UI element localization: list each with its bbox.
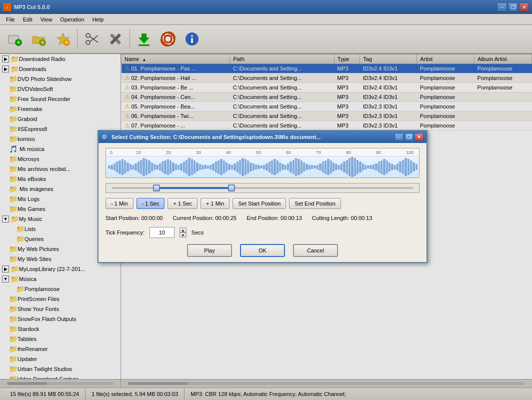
waveform-bar bbox=[142, 158, 144, 176]
waveform-bar bbox=[295, 158, 297, 176]
tick-80: 80 bbox=[346, 150, 351, 155]
waveform-bar bbox=[244, 159, 246, 175]
waveform-bar bbox=[386, 160, 388, 173]
waveform-bar bbox=[343, 162, 345, 172]
waveform-bar bbox=[383, 159, 385, 175]
waveform-bar bbox=[178, 165, 180, 170]
waveform-bar bbox=[378, 162, 380, 172]
waveform-bar bbox=[396, 164, 398, 170]
waveform-bar bbox=[351, 157, 353, 177]
waveform-bar bbox=[204, 165, 206, 168]
waveform-bar bbox=[276, 160, 278, 173]
tick-20: 20 bbox=[166, 150, 171, 155]
waveform-bar bbox=[110, 165, 112, 170]
tick-30: 30 bbox=[196, 150, 201, 155]
slider-range bbox=[157, 187, 232, 189]
tick-50: 50 bbox=[256, 150, 261, 155]
set-end-position-button[interactable]: Set End Position bbox=[289, 198, 340, 209]
waveform-bar bbox=[239, 160, 241, 174]
set-start-position-button[interactable]: Set Start Position bbox=[232, 198, 286, 209]
waveform-bar bbox=[138, 162, 140, 172]
cutting-len-title: Cutting Length: bbox=[312, 215, 350, 221]
waveform-area: 0 10 20 30 40 50 60 70 80 90 100 bbox=[106, 148, 420, 178]
waveform-bar bbox=[226, 162, 228, 172]
waveform-bar bbox=[234, 164, 236, 170]
dialog-title: Select Cutting Section: C:\Documents and… bbox=[112, 134, 321, 140]
waveform-bar bbox=[292, 160, 294, 174]
start-marker[interactable] bbox=[153, 184, 160, 192]
waveform-bar bbox=[306, 164, 308, 170]
waveform-bar bbox=[146, 159, 148, 175]
waveform-bar bbox=[346, 160, 348, 174]
waveform-bar bbox=[372, 164, 374, 170]
tick-frequency-input[interactable] bbox=[150, 227, 174, 238]
start-pos-value: 00:00:00 bbox=[142, 215, 163, 221]
ok-button[interactable]: OK bbox=[240, 244, 285, 257]
waveform-bar bbox=[148, 160, 150, 173]
control-buttons-row: - 1 Min - 1 Sec + 1 Sec + 1 Min Set Star… bbox=[106, 198, 420, 209]
waveform-bar bbox=[114, 164, 116, 170]
waveform-bar bbox=[300, 160, 302, 173]
tick-spinner: ▲ ▼ bbox=[180, 228, 186, 238]
waveform-bar bbox=[215, 162, 217, 172]
waveform-bar bbox=[394, 165, 396, 170]
waveform-bar bbox=[287, 164, 289, 170]
waveform-bar bbox=[108, 166, 110, 168]
minus-min-button[interactable]: - 1 Min bbox=[106, 198, 134, 209]
dialog-close-btn[interactable]: ✕ bbox=[414, 133, 424, 141]
current-pos-title: Current Position: bbox=[172, 215, 214, 221]
waveform-bar bbox=[247, 160, 249, 173]
waveform-bar bbox=[284, 165, 286, 170]
dialog-controls: ─ ❐ ✕ bbox=[394, 133, 424, 141]
cutting-length-label: Cutting Length: 00:00:13 bbox=[312, 215, 372, 221]
waveform-bar bbox=[210, 165, 212, 170]
waveform-bar bbox=[231, 165, 233, 170]
slider-container[interactable] bbox=[106, 183, 420, 193]
waveform-body bbox=[106, 156, 419, 178]
end-pos-value: 00:00:13 bbox=[280, 215, 302, 221]
slider-thumb[interactable] bbox=[228, 184, 235, 192]
dialog-minimize-btn[interactable]: ─ bbox=[394, 133, 404, 141]
waveform-bar bbox=[228, 164, 230, 170]
waveform-bar bbox=[356, 160, 358, 174]
play-button[interactable]: Play bbox=[187, 244, 232, 257]
waveform-bar bbox=[410, 160, 412, 173]
tick-spinner-up[interactable]: ▲ bbox=[180, 228, 186, 232]
tick-70: 70 bbox=[316, 150, 321, 155]
end-position-label: End Position: 00:00:13 bbox=[246, 215, 302, 221]
waveform-bar bbox=[362, 164, 364, 170]
waveform-bar bbox=[186, 160, 188, 174]
waveform-bar bbox=[134, 164, 136, 170]
waveform-bar bbox=[183, 162, 185, 172]
minus-sec-button[interactable]: - 1 Sec bbox=[136, 198, 165, 209]
waveform-bar bbox=[279, 162, 281, 172]
waveform-bar bbox=[175, 164, 177, 170]
waveform-bar bbox=[180, 164, 182, 170]
plus-sec-button[interactable]: + 1 Sec bbox=[168, 198, 198, 209]
waveform-bar bbox=[340, 164, 342, 170]
tick-spinner-down[interactable]: ▼ bbox=[180, 232, 186, 238]
waveform-bar bbox=[322, 162, 324, 172]
waveform-bars bbox=[106, 156, 419, 178]
waveform-bar bbox=[327, 159, 329, 175]
waveform-bar bbox=[202, 165, 204, 170]
waveform-bar bbox=[170, 160, 172, 173]
waveform-bar bbox=[324, 160, 326, 174]
waveform-bar bbox=[359, 162, 361, 172]
waveform-bar bbox=[164, 160, 166, 174]
waveform-bar bbox=[388, 162, 390, 172]
waveform-bar bbox=[332, 162, 334, 172]
waveform-bar bbox=[316, 165, 318, 170]
plus-min-button[interactable]: + 1 Min bbox=[200, 198, 230, 209]
waveform-bar bbox=[162, 162, 164, 172]
waveform-bar bbox=[159, 164, 161, 170]
waveform-bar bbox=[151, 162, 153, 172]
waveform-bar bbox=[298, 159, 300, 175]
cancel-button[interactable]: Cancel bbox=[293, 244, 338, 257]
tick-10: 10 bbox=[136, 150, 141, 155]
dialog-restore-btn[interactable]: ❐ bbox=[404, 133, 414, 141]
waveform-bar bbox=[348, 158, 350, 176]
waveform-bar bbox=[375, 164, 377, 170]
waveform-bar bbox=[220, 159, 222, 175]
waveform-bar bbox=[218, 160, 220, 174]
